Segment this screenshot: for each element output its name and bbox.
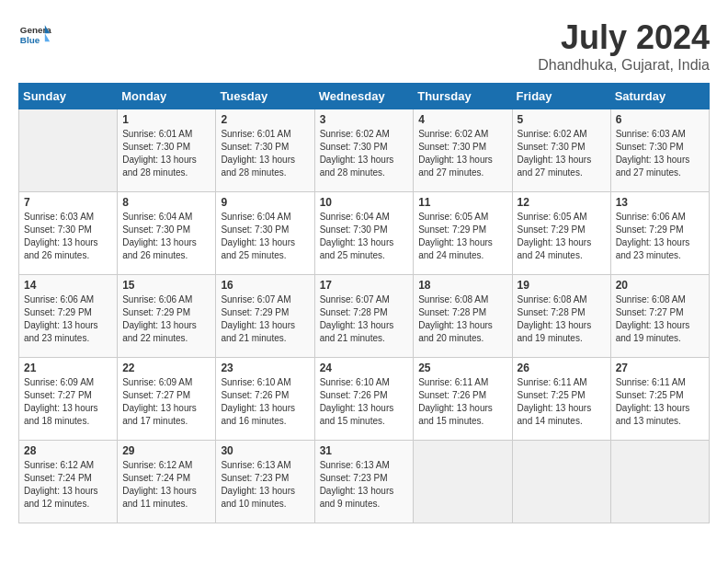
day-info: Sunrise: 6:04 AMSunset: 7:30 PMDaylight:… [122,212,197,260]
calendar-cell: 24 Sunrise: 6:10 AMSunset: 7:26 PMDaylig… [314,358,414,441]
calendar-cell [512,441,610,523]
calendar-cell [414,441,512,523]
calendar-cell: 17 Sunrise: 6:07 AMSunset: 7:28 PMDaylig… [314,275,414,358]
calendar-cell: 26 Sunrise: 6:11 AMSunset: 7:25 PMDaylig… [512,358,610,441]
day-number: 30 [221,444,309,457]
day-info: Sunrise: 6:12 AMSunset: 7:24 PMDaylight:… [24,460,98,509]
day-info: Sunrise: 6:09 AMSunset: 7:27 PMDaylight:… [24,377,98,426]
day-number: 5 [518,113,606,126]
day-info: Sunrise: 6:05 AMSunset: 7:29 PMDaylight:… [518,212,592,260]
day-info: Sunrise: 6:02 AMSunset: 7:30 PMDaylight:… [320,129,394,178]
calendar-cell: 14 Sunrise: 6:06 AMSunset: 7:29 PMDaylig… [19,275,118,358]
calendar-cell: 5 Sunrise: 6:02 AMSunset: 7:30 PMDayligh… [512,109,610,192]
header-tuesday: Tuesday [216,84,314,109]
calendar-cell: 6 Sunrise: 6:03 AMSunset: 7:30 PMDayligh… [610,109,709,192]
day-info: Sunrise: 6:03 AMSunset: 7:30 PMDaylight:… [24,212,98,260]
day-number: 12 [518,196,606,209]
day-info: Sunrise: 6:01 AMSunset: 7:30 PMDaylight:… [221,129,295,178]
day-number: 17 [320,279,409,292]
calendar-cell: 2 Sunrise: 6:01 AMSunset: 7:30 PMDayligh… [216,109,314,192]
day-number: 8 [122,196,210,209]
calendar-cell: 31 Sunrise: 6:13 AMSunset: 7:23 PMDaylig… [314,441,414,523]
calendar-cell: 19 Sunrise: 6:08 AMSunset: 7:28 PMDaylig… [512,275,610,358]
day-info: Sunrise: 6:07 AMSunset: 7:28 PMDaylight:… [320,294,394,343]
header-monday: Monday [118,84,216,109]
day-number: 11 [418,196,506,209]
day-info: Sunrise: 6:03 AMSunset: 7:30 PMDaylight:… [616,129,690,178]
day-info: Sunrise: 6:05 AMSunset: 7:29 PMDaylight:… [418,212,493,260]
day-info: Sunrise: 6:07 AMSunset: 7:29 PMDaylight:… [221,294,295,343]
calendar-cell: 10 Sunrise: 6:04 AMSunset: 7:30 PMDaylig… [314,192,414,275]
day-number: 4 [418,113,506,126]
calendar-cell: 20 Sunrise: 6:08 AMSunset: 7:27 PMDaylig… [610,275,709,358]
day-info: Sunrise: 6:06 AMSunset: 7:29 PMDaylight:… [122,294,197,343]
calendar-cell: 1 Sunrise: 6:01 AMSunset: 7:30 PMDayligh… [118,109,216,192]
day-number: 27 [616,362,704,374]
day-number: 2 [221,113,309,126]
page-header: General Blue July 2024 Dhandhuka, Gujara… [18,18,710,74]
logo: General Blue [18,18,51,52]
day-info: Sunrise: 6:10 AMSunset: 7:26 PMDaylight:… [320,377,394,426]
calendar-cell: 16 Sunrise: 6:07 AMSunset: 7:29 PMDaylig… [216,275,314,358]
day-number: 1 [122,113,210,126]
logo-icon: General Blue [18,18,51,52]
calendar-cell: 30 Sunrise: 6:13 AMSunset: 7:23 PMDaylig… [216,441,314,523]
day-number: 20 [616,279,704,292]
day-number: 18 [418,279,506,292]
day-info: Sunrise: 6:01 AMSunset: 7:30 PMDaylight:… [122,129,197,178]
title-block: July 2024 Dhandhuka, Gujarat, India [538,18,710,74]
day-number: 29 [122,444,210,457]
day-info: Sunrise: 6:08 AMSunset: 7:28 PMDaylight:… [518,294,592,343]
day-info: Sunrise: 6:11 AMSunset: 7:26 PMDaylight:… [418,377,493,426]
day-number: 14 [24,279,112,292]
location-subtitle: Dhandhuka, Gujarat, India [538,57,710,74]
day-info: Sunrise: 6:02 AMSunset: 7:30 PMDaylight:… [418,129,493,178]
day-info: Sunrise: 6:11 AMSunset: 7:25 PMDaylight:… [518,377,592,426]
calendar-cell: 28 Sunrise: 6:12 AMSunset: 7:24 PMDaylig… [19,441,118,523]
calendar-cell: 11 Sunrise: 6:05 AMSunset: 7:29 PMDaylig… [414,192,512,275]
day-info: Sunrise: 6:13 AMSunset: 7:23 PMDaylight:… [320,460,394,509]
day-number: 31 [320,444,409,457]
day-info: Sunrise: 6:04 AMSunset: 7:30 PMDaylight:… [221,212,295,260]
calendar-cell: 27 Sunrise: 6:11 AMSunset: 7:25 PMDaylig… [610,358,709,441]
calendar-week-row: 14 Sunrise: 6:06 AMSunset: 7:29 PMDaylig… [19,275,710,358]
day-number: 13 [616,196,704,209]
calendar-cell: 9 Sunrise: 6:04 AMSunset: 7:30 PMDayligh… [216,192,314,275]
calendar-cell: 18 Sunrise: 6:08 AMSunset: 7:28 PMDaylig… [414,275,512,358]
month-year-title: July 2024 [538,18,710,57]
day-number: 6 [616,113,704,126]
calendar-cell: 21 Sunrise: 6:09 AMSunset: 7:27 PMDaylig… [19,358,118,441]
calendar-cell: 7 Sunrise: 6:03 AMSunset: 7:30 PMDayligh… [19,192,118,275]
day-number: 9 [221,196,309,209]
header-sunday: Sunday [19,84,118,109]
calendar-week-row: 7 Sunrise: 6:03 AMSunset: 7:30 PMDayligh… [19,192,710,275]
day-info: Sunrise: 6:13 AMSunset: 7:23 PMDaylight:… [221,460,295,509]
day-number: 16 [221,279,309,292]
day-number: 28 [24,444,112,457]
calendar-week-row: 1 Sunrise: 6:01 AMSunset: 7:30 PMDayligh… [19,109,710,192]
day-number: 21 [24,362,112,374]
day-info: Sunrise: 6:09 AMSunset: 7:27 PMDaylight:… [122,377,197,426]
header-saturday: Saturday [610,84,709,109]
calendar-week-row: 21 Sunrise: 6:09 AMSunset: 7:27 PMDaylig… [19,358,710,441]
day-number: 22 [122,362,210,374]
day-info: Sunrise: 6:12 AMSunset: 7:24 PMDaylight:… [122,460,197,509]
day-number: 7 [24,196,112,209]
day-info: Sunrise: 6:11 AMSunset: 7:25 PMDaylight:… [616,377,690,426]
calendar-cell: 25 Sunrise: 6:11 AMSunset: 7:26 PMDaylig… [414,358,512,441]
day-number: 26 [518,362,606,374]
calendar-cell: 12 Sunrise: 6:05 AMSunset: 7:29 PMDaylig… [512,192,610,275]
calendar-cell: 29 Sunrise: 6:12 AMSunset: 7:24 PMDaylig… [118,441,216,523]
day-info: Sunrise: 6:08 AMSunset: 7:27 PMDaylight:… [616,294,690,343]
day-number: 19 [518,279,606,292]
day-number: 25 [418,362,506,374]
calendar-cell: 15 Sunrise: 6:06 AMSunset: 7:29 PMDaylig… [118,275,216,358]
day-info: Sunrise: 6:04 AMSunset: 7:30 PMDaylight:… [320,212,394,260]
calendar-cell: 22 Sunrise: 6:09 AMSunset: 7:27 PMDaylig… [118,358,216,441]
svg-text:Blue: Blue [20,35,40,45]
header-thursday: Thursday [414,84,512,109]
calendar-week-row: 28 Sunrise: 6:12 AMSunset: 7:24 PMDaylig… [19,441,710,523]
calendar-cell [19,109,118,192]
day-info: Sunrise: 6:02 AMSunset: 7:30 PMDaylight:… [518,129,592,178]
calendar-cell: 13 Sunrise: 6:06 AMSunset: 7:29 PMDaylig… [610,192,709,275]
